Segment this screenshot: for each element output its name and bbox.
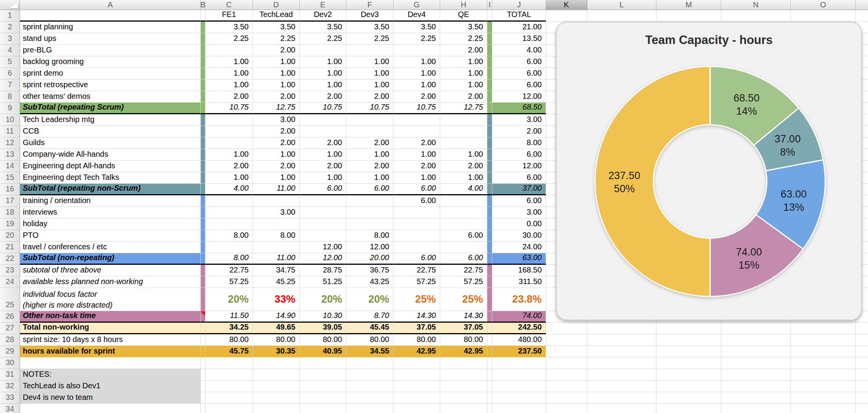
cell-H4[interactable]: 2.00 [440,45,487,56]
cell-J7[interactable]: 6.00 [492,80,546,91]
cell-G14[interactable]: 2.00 [393,161,440,172]
cell-F34[interactable] [346,404,393,413]
cell-M1[interactable] [656,10,721,22]
row-header-26[interactable]: 26 [0,311,20,323]
cell-F5[interactable]: 1.00 [346,56,393,68]
cell-A23[interactable]: subtotal of three above [20,265,201,276]
cell-D18[interactable]: 3.00 [253,207,300,218]
cell-D24[interactable]: 45.25 [253,276,300,288]
cell-D16[interactable]: 11.00 [253,184,300,195]
cell-N28[interactable] [721,334,791,346]
cell-B29[interactable] [201,346,205,357]
row-header-16[interactable]: 16 [0,184,20,195]
cell-B9[interactable] [201,103,205,114]
cell-H20[interactable]: 6.00 [440,230,487,242]
cell-A4[interactable]: pre-BLG [20,45,201,56]
cell-E25[interactable]: 20% [300,288,346,311]
cell-B10[interactable] [201,114,205,126]
cell-E2[interactable]: 3.50 [300,22,346,33]
cell-G6[interactable]: 1.00 [393,68,440,80]
cell-B18[interactable] [201,207,205,218]
row-header-23[interactable]: 23 [0,265,20,276]
cell-A33[interactable]: Dev4 is new to team [20,392,201,404]
cell-D2[interactable]: 3.50 [253,22,300,33]
cell-E21[interactable]: 12.00 [300,242,346,253]
cell-I9[interactable] [487,103,492,114]
row-header-24[interactable]: 24 [0,276,20,288]
cell-G30[interactable] [393,357,440,369]
cell-H17[interactable] [440,195,487,207]
row-header-15[interactable]: 15 [0,172,20,184]
cell-E19[interactable] [300,218,346,230]
cell-G1[interactable]: Dev4 [393,10,440,22]
column-header-F[interactable]: F [346,0,393,10]
column-header-G[interactable]: G [393,0,440,10]
cell-A15[interactable]: Engineering dept Tech Talks [20,172,201,184]
cell-I5[interactable] [487,56,492,68]
cell-C32[interactable] [205,381,253,392]
cell-D15[interactable]: 1.00 [253,172,300,184]
cell-P29[interactable] [856,346,868,357]
row-header-8[interactable]: 8 [0,91,20,103]
cell-E23[interactable]: 28.75 [300,265,346,276]
cell-I16[interactable] [487,184,492,195]
cell-K32[interactable] [546,381,587,392]
cell-F4[interactable] [346,45,393,56]
cell-C3[interactable]: 2.25 [205,33,253,45]
cell-L1[interactable] [587,10,656,22]
cell-N34[interactable] [721,404,791,413]
cell-P28[interactable] [856,334,868,346]
cell-A18[interactable]: interviews [20,207,201,218]
cell-G31[interactable] [393,369,440,381]
cell-F26[interactable]: 8.70 [346,311,393,323]
cell-M33[interactable] [656,392,721,404]
cell-I31[interactable] [487,369,492,381]
cell-A5[interactable]: backlog grooming [20,56,201,68]
cell-F10[interactable] [346,114,393,126]
cell-E7[interactable]: 1.00 [300,80,346,91]
cell-L34[interactable] [587,404,656,413]
cell-B16[interactable] [201,184,205,195]
cell-I7[interactable] [487,80,492,91]
cell-I14[interactable] [487,161,492,172]
cell-F16[interactable]: 6.00 [346,184,393,195]
cell-O32[interactable] [791,381,856,392]
column-header-partial[interactable] [856,0,868,10]
row-header-33[interactable]: 33 [0,392,20,404]
cell-H14[interactable]: 2.00 [440,161,487,172]
cell-I27[interactable] [487,323,492,334]
row-header-18[interactable]: 18 [0,207,20,218]
cell-H15[interactable]: 1.00 [440,172,487,184]
row-header-10[interactable]: 10 [0,114,20,126]
cell-H11[interactable] [440,126,487,137]
cell-P32[interactable] [856,381,868,392]
cell-A7[interactable]: sprint retrospective [20,80,201,91]
row-header-17[interactable]: 17 [0,195,20,207]
cell-K1[interactable] [546,10,587,22]
cell-K31[interactable] [546,369,587,381]
cell-G33[interactable] [393,392,440,404]
cell-H2[interactable]: 3.50 [440,22,487,33]
cell-I8[interactable] [487,91,492,103]
cell-J16[interactable]: 37.00 [492,184,546,195]
cell-E5[interactable]: 1.00 [300,56,346,68]
cell-C23[interactable]: 22.75 [205,265,253,276]
cell-J29[interactable]: 237.50 [492,346,546,357]
row-header-4[interactable]: 4 [0,45,20,56]
cell-B5[interactable] [201,56,205,68]
cell-F3[interactable]: 2.25 [346,33,393,45]
cell-C20[interactable]: 8.00 [205,230,253,242]
cell-B2[interactable] [201,22,205,33]
cell-J28[interactable]: 480.00 [492,334,546,346]
cell-E34[interactable] [300,404,346,413]
cell-B25[interactable] [201,288,205,311]
column-header-H[interactable]: H [440,0,487,10]
cell-H3[interactable]: 2.25 [440,33,487,45]
cell-C13[interactable]: 1.00 [205,149,253,161]
cell-E27[interactable]: 39.05 [300,323,346,334]
cell-C29[interactable]: 45.75 [205,346,253,357]
cell-B22[interactable] [201,253,205,265]
cell-K30[interactable] [546,357,587,369]
cell-G4[interactable] [393,45,440,56]
cell-C6[interactable]: 1.00 [205,68,253,80]
